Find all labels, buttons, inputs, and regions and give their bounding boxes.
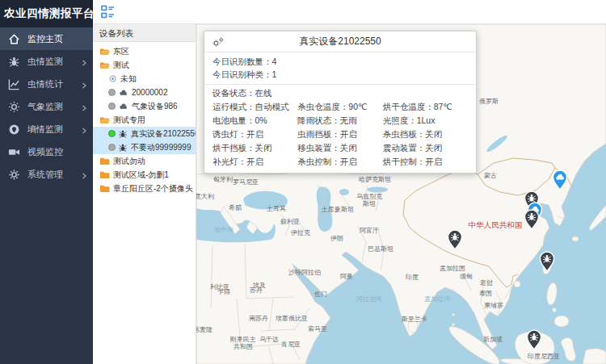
map-label: 索马里 xyxy=(308,325,327,333)
map-label: 土耳其 xyxy=(266,205,286,212)
tree-device[interactable]: 20000002 xyxy=(93,86,196,99)
tree-label: 不要动99999999 xyxy=(131,142,191,153)
sidebar-item-label: 系统管理 xyxy=(27,169,81,181)
tree-label: 章丘阳丘区-2个摄像头 xyxy=(113,183,193,195)
popup-stats: 今日识别数量：4今日识别种类：1 xyxy=(204,52,476,85)
popup-row: 烘干挡板：关闭移虫装置：关闭震动装置：关闭 xyxy=(213,141,468,155)
tree-folder[interactable]: 测试区域-勿删1 xyxy=(93,168,196,182)
popup-field: 电池电量：0% xyxy=(213,114,297,128)
settings-gears-icon[interactable] xyxy=(212,36,225,48)
popup-stat: 今日识别种类：1 xyxy=(213,68,468,81)
device-tree: 东区测试未知20000002气象设备986测试专用真实设备21022550不要动… xyxy=(93,42,196,195)
tree-label: 测试专用 xyxy=(113,115,145,126)
tree-device[interactable]: 不要动99999999 xyxy=(93,140,196,154)
map-label: 刚果民主共和国 xyxy=(230,336,256,350)
tree-folder[interactable]: 测试勿动 xyxy=(93,154,196,168)
status-dot-offline xyxy=(108,144,116,151)
map-label: 俄罗斯 xyxy=(479,98,499,105)
tree-label: 真实设备21022550 xyxy=(131,128,196,140)
map-label: 印度 xyxy=(406,274,419,281)
content: 设备列表 东区测试未知20000002气象设备986测试专用真实设备210225… xyxy=(93,24,606,364)
map-label: 缅甸 xyxy=(460,273,473,280)
sidebar-item-video-monitor[interactable]: 视频监控 xyxy=(0,140,93,163)
popup-field: 移虫装置：关闭 xyxy=(297,141,382,155)
home-icon xyxy=(8,33,20,45)
folder-closed-icon xyxy=(99,157,110,165)
sidebar-item-label: 虫情监测 xyxy=(27,56,81,68)
map-label: 也门 xyxy=(314,291,327,298)
bug-device-icon xyxy=(118,143,128,153)
map-label: 地中海 xyxy=(213,226,234,233)
sidebar-item-weather-monitor[interactable]: 气象监测 xyxy=(0,95,93,118)
map-label: 伊朗 xyxy=(330,235,343,242)
popup-row: 诱虫灯：开启虫雨挡板：开启杀虫挡板：关闭 xyxy=(213,128,468,141)
sidebar-item-label: 虫情统计 xyxy=(27,78,81,90)
popup-field: 虫雨挡板：开启 xyxy=(297,128,382,141)
tree-label: 未知 xyxy=(120,73,137,85)
tree-folder[interactable]: 章丘阳丘区-2个摄像头 xyxy=(93,182,196,195)
status-dot-online xyxy=(108,130,116,137)
map-area[interactable]: 俄罗斯蒙古哈萨克斯坦乌克兰捷克匈牙利罗马尼亚意大利希腊土耳其叙利亚伊拉克伊朗土库… xyxy=(196,24,606,364)
map-label: 斯里兰卡 xyxy=(402,316,427,323)
topbar xyxy=(93,0,606,24)
tree-label: 20000002 xyxy=(132,88,168,97)
folder-closed-icon xyxy=(99,170,110,179)
map-label: 意大利 xyxy=(196,193,214,200)
sidebar-item-soil-monitor[interactable]: 墒情监测 xyxy=(0,118,93,140)
chevron-right-icon xyxy=(81,81,87,87)
folder-closed-icon xyxy=(99,184,110,193)
tree-label: 测试 xyxy=(113,60,129,71)
map-label: 匈牙利 xyxy=(213,176,233,183)
map-label: 哈萨克斯坦 xyxy=(359,176,391,183)
popup-row: 运行模式：自动模式杀虫仓温度：90℃烘干仓温度：87℃ xyxy=(213,100,468,114)
device-panel: 设备列表 东区测试未知20000002气象设备986测试专用真实设备210225… xyxy=(93,24,196,364)
map-label: 新加坡 xyxy=(483,336,503,343)
tree-folder[interactable]: 测试专用 xyxy=(93,113,196,127)
sidebar-item-insect-stats[interactable]: 虫情统计 xyxy=(0,73,93,95)
moisture-icon xyxy=(8,123,20,136)
map-label: 柬埔寨 xyxy=(484,302,503,309)
tree-label: 东区 xyxy=(113,46,129,57)
bug-device-icon xyxy=(118,129,128,139)
map-label: 叙利亚 xyxy=(280,218,300,225)
map-label: 苏丹 xyxy=(250,287,263,294)
sidebar-item-system-manage[interactable]: 系统管理 xyxy=(0,163,93,186)
popup-field: 诱虫灯：开启 xyxy=(213,128,297,141)
sidebar-item-insect-monitor[interactable]: 虫情监测 xyxy=(0,50,93,73)
tree-toggle-icon[interactable] xyxy=(101,5,115,19)
map-label: 蒙古 xyxy=(484,172,497,179)
popup-field: 设备状态：在线 xyxy=(213,86,468,100)
popup-row: 电池电量：0%降雨状态：无雨光照度：1Lux xyxy=(213,114,468,128)
sidebar-item-label: 监控主页 xyxy=(27,33,87,45)
map-label: 泰国 xyxy=(479,290,492,297)
popup-body: 设备状态：在线运行模式：自动模式杀虫仓温度：90℃烘干仓温度：87℃电池电量：0… xyxy=(204,85,476,173)
popup-header: 真实设备21022550 xyxy=(204,31,476,52)
tree-label: 测试勿动 xyxy=(113,156,145,167)
tree-device[interactable]: 真实设备21022550 xyxy=(93,127,196,140)
popup-field: 杀虫挡板：关闭 xyxy=(383,128,468,141)
sidebar-menu: 监控主页虫情监测虫情统计气象监测墒情监测视频监控系统管理 xyxy=(0,27,93,186)
tree-device[interactable]: 未知 xyxy=(93,72,196,86)
cloud-device-icon xyxy=(118,88,128,97)
popup-field: 降雨状态：无雨 xyxy=(297,114,382,128)
popup-row: 补光灯：开启杀虫控制：开启烘干控制：开启 xyxy=(213,155,468,169)
chevron-right-icon xyxy=(81,126,87,132)
sidebar-item-label: 墒情监测 xyxy=(27,123,81,136)
map-label: 印度尼西亚 xyxy=(528,353,560,360)
app-title: 农业四情测报平台 xyxy=(0,0,93,27)
sidebar-item-monitor-home[interactable]: 监控主页 xyxy=(0,27,93,50)
tree-folder[interactable]: 东区 xyxy=(93,44,196,58)
map-label: 伊拉克 xyxy=(291,229,311,236)
tree-folder[interactable]: 测试 xyxy=(93,58,196,72)
map-label: 阿富汗 xyxy=(360,227,379,234)
map-label: 埃塞俄比亚 xyxy=(275,315,308,322)
tree-device[interactable]: 气象设备986 xyxy=(93,99,196,113)
popup-field: 烘干仓温度：87℃ xyxy=(383,100,468,114)
gear-icon xyxy=(8,169,20,181)
map-label: 乌干达 xyxy=(259,336,279,343)
unknown-device-icon xyxy=(108,74,117,83)
chevron-right-icon xyxy=(81,171,87,178)
chevron-right-icon xyxy=(81,103,87,110)
weather-icon xyxy=(8,101,20,113)
popup-field: 烘干挡板：关闭 xyxy=(213,141,297,155)
